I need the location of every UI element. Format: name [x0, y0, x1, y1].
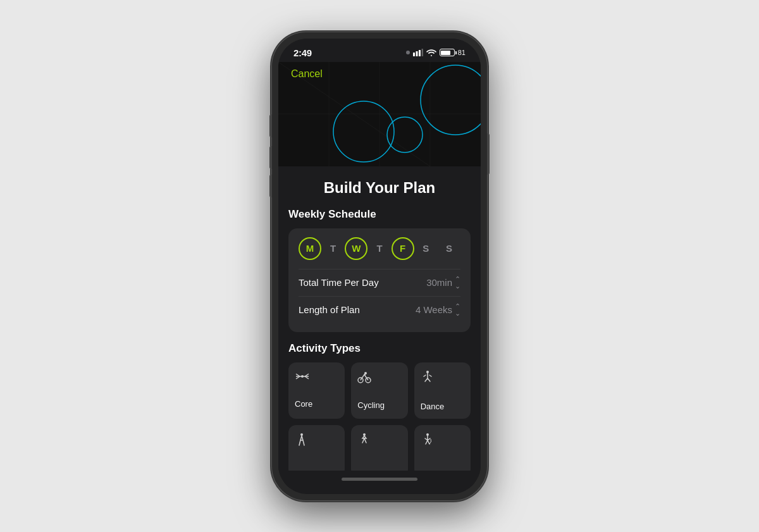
- day-friday[interactable]: F: [392, 237, 414, 260]
- cycling-label: Cycling: [357, 400, 385, 410]
- activity-card-hiit[interactable]: [351, 425, 407, 471]
- svg-rect-1: [416, 51, 417, 56]
- battery-level: 81: [458, 49, 466, 56]
- header-graphic: Cancel: [278, 62, 481, 166]
- total-time-label: Total Time Per Day: [299, 277, 379, 288]
- day-wednesday[interactable]: W: [345, 237, 367, 260]
- battery-icon: [440, 49, 455, 56]
- activity-types-title: Activity Types: [288, 342, 471, 355]
- activity-card-functional[interactable]: [288, 425, 345, 471]
- page-title: Build Your Plan: [278, 166, 481, 208]
- days-row: M T W T F S S: [299, 237, 460, 260]
- phone-frame: 2:49: [272, 32, 487, 500]
- status-icons: 81: [406, 49, 466, 56]
- day-sunday[interactable]: S: [438, 237, 460, 260]
- svg-point-12: [421, 65, 481, 135]
- wifi-icon: [426, 49, 436, 56]
- svg-point-18: [301, 375, 304, 378]
- day-thursday[interactable]: T: [368, 237, 391, 260]
- scroll-body[interactable]: Build Your Plan Weekly Schedule M T W T …: [278, 166, 481, 471]
- svg-rect-3: [421, 49, 423, 56]
- home-bar: [342, 478, 417, 481]
- weekly-schedule-title: Weekly Schedule: [288, 208, 471, 221]
- phone-content: Cancel Bui: [278, 62, 481, 488]
- cycling-icon: [357, 370, 371, 388]
- activity-card-core[interactable]: Core: [288, 362, 345, 419]
- activity-card-cycling[interactable]: Cycling: [351, 362, 407, 419]
- activity-card-dance[interactable]: Dance: [414, 362, 471, 419]
- home-indicator: [278, 471, 481, 488]
- schedule-card: M T W T F S S Total Time Per Day: [288, 228, 471, 332]
- svg-rect-2: [419, 50, 421, 56]
- activity-grid: Core: [288, 362, 471, 471]
- status-bar: 2:49: [278, 39, 481, 62]
- weekly-schedule-section: Weekly Schedule M T W T F S S: [278, 208, 481, 342]
- dance-icon: [421, 370, 435, 389]
- status-time: 2:49: [293, 47, 312, 58]
- day-tuesday[interactable]: T: [322, 237, 345, 260]
- functional-strength-icon: [295, 433, 309, 452]
- svg-point-11: [387, 117, 423, 152]
- total-time-value[interactable]: 30min ⌃⌄: [426, 276, 460, 290]
- day-monday[interactable]: M: [299, 237, 321, 260]
- signal-icon: [413, 49, 423, 56]
- hiit-icon: [357, 433, 371, 452]
- phone-screen: 2:49: [278, 39, 481, 494]
- svg-point-10: [333, 101, 394, 162]
- core-icon: [295, 370, 310, 387]
- day-saturday[interactable]: S: [414, 237, 437, 260]
- core-label: Core: [295, 399, 312, 409]
- notification-dot-icon: [406, 51, 410, 54]
- total-time-row[interactable]: Total Time Per Day 30min ⌃⌄: [299, 269, 460, 296]
- length-of-plan-row[interactable]: Length of Plan 4 Weeks ⌃⌄: [299, 296, 460, 323]
- cancel-button[interactable]: Cancel: [291, 68, 323, 80]
- length-of-plan-chevron: ⌃⌄: [455, 303, 460, 317]
- activity-types-section: Activity Types: [278, 342, 481, 471]
- mind-cooldown-icon: [421, 433, 435, 452]
- activity-card-mind[interactable]: [414, 425, 471, 471]
- length-of-plan-value[interactable]: 4 Weeks ⌃⌄: [416, 303, 460, 317]
- total-time-chevron: ⌃⌄: [455, 276, 460, 290]
- dance-label: Dance: [421, 402, 445, 411]
- length-of-plan-label: Length of Plan: [299, 304, 360, 315]
- svg-rect-0: [413, 53, 415, 56]
